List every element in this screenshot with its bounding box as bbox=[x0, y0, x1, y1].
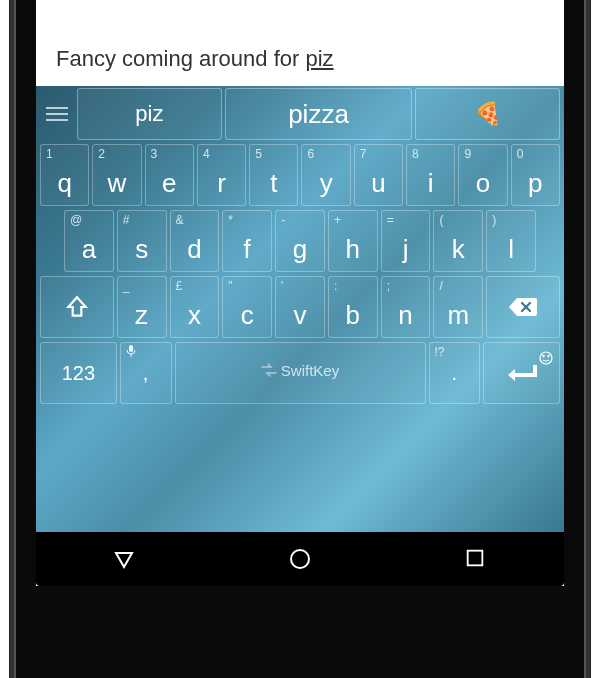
key-h[interactable]: +h bbox=[328, 210, 378, 272]
keyboard: piz pizza 🍕 1q2w3e4r5t6y7u8i9o0p @a#s&d*… bbox=[36, 86, 564, 532]
nav-recent-button[interactable] bbox=[464, 547, 488, 571]
svg-point-4 bbox=[291, 550, 309, 568]
key-a[interactable]: @a bbox=[64, 210, 114, 272]
key-i[interactable]: 8i bbox=[406, 144, 455, 206]
shift-icon bbox=[41, 277, 113, 337]
smile-icon bbox=[539, 347, 553, 370]
key-d[interactable]: &d bbox=[170, 210, 220, 272]
nav-back-button[interactable] bbox=[112, 547, 136, 571]
swiftkey-logo: SwiftKey bbox=[261, 362, 339, 379]
nav-home-button[interactable] bbox=[288, 547, 312, 571]
numeric-key[interactable]: 123 bbox=[40, 342, 117, 404]
android-nav-bar bbox=[36, 532, 564, 586]
key-l[interactable]: )l bbox=[486, 210, 536, 272]
key-e[interactable]: 3e bbox=[145, 144, 194, 206]
key-w[interactable]: 2w bbox=[92, 144, 141, 206]
phone-frame: Fancy coming around for piz piz pizza 🍕 … bbox=[10, 0, 590, 678]
typed-text: Fancy coming around for piz bbox=[56, 46, 334, 72]
key-y[interactable]: 6y bbox=[301, 144, 350, 206]
key-k[interactable]: (k bbox=[433, 210, 483, 272]
key-g[interactable]: -g bbox=[275, 210, 325, 272]
key-p[interactable]: 0p bbox=[511, 144, 560, 206]
key-m[interactable]: /m bbox=[433, 276, 483, 338]
suggestion-center[interactable]: pizza bbox=[225, 88, 413, 140]
key-r[interactable]: 4r bbox=[197, 144, 246, 206]
screen: Fancy coming around for piz piz pizza 🍕 … bbox=[36, 0, 564, 586]
typed-sentence: Fancy coming around for bbox=[56, 46, 305, 71]
period-key[interactable]: !? . bbox=[429, 342, 481, 404]
phone-chin bbox=[14, 656, 586, 678]
key-row-1: 1q2w3e4r5t6y7u8i9o0p bbox=[40, 144, 560, 206]
key-row-3: _z£x"c'v:b;n/m bbox=[40, 276, 560, 338]
shift-key[interactable] bbox=[40, 276, 114, 338]
backspace-icon bbox=[487, 277, 559, 337]
key-n[interactable]: ;n bbox=[381, 276, 431, 338]
key-t[interactable]: 5t bbox=[249, 144, 298, 206]
key-q[interactable]: 1q bbox=[40, 144, 89, 206]
key-s[interactable]: #s bbox=[117, 210, 167, 272]
suggestion-bar: piz pizza 🍕 bbox=[40, 88, 560, 140]
key-c[interactable]: "c bbox=[222, 276, 272, 338]
comma-key[interactable]: , bbox=[120, 342, 172, 404]
key-u[interactable]: 7u bbox=[354, 144, 403, 206]
suggestion-left[interactable]: piz bbox=[77, 88, 222, 140]
key-row-2: @a#s&d*f-g+h=j(k)l bbox=[40, 210, 560, 272]
key-row-4: 123 , SwiftKey !? . bbox=[40, 342, 560, 404]
svg-rect-0 bbox=[129, 345, 133, 352]
hamburger-icon[interactable] bbox=[40, 88, 74, 140]
svg-point-3 bbox=[548, 355, 549, 356]
svg-point-1 bbox=[540, 352, 552, 364]
typed-partial: piz bbox=[305, 46, 333, 71]
key-b[interactable]: :b bbox=[328, 276, 378, 338]
svg-point-2 bbox=[543, 355, 544, 356]
svg-rect-5 bbox=[468, 551, 483, 566]
space-key[interactable]: SwiftKey bbox=[175, 342, 426, 404]
text-input-area[interactable]: Fancy coming around for piz bbox=[36, 0, 564, 86]
key-f[interactable]: *f bbox=[222, 210, 272, 272]
mic-icon bbox=[126, 345, 136, 360]
backspace-key[interactable] bbox=[486, 276, 560, 338]
key-v[interactable]: 'v bbox=[275, 276, 325, 338]
key-o[interactable]: 9o bbox=[458, 144, 507, 206]
suggestion-emoji[interactable]: 🍕 bbox=[415, 88, 560, 140]
enter-key[interactable] bbox=[483, 342, 560, 404]
key-j[interactable]: =j bbox=[381, 210, 431, 272]
key-x[interactable]: £x bbox=[170, 276, 220, 338]
key-z[interactable]: _z bbox=[117, 276, 167, 338]
